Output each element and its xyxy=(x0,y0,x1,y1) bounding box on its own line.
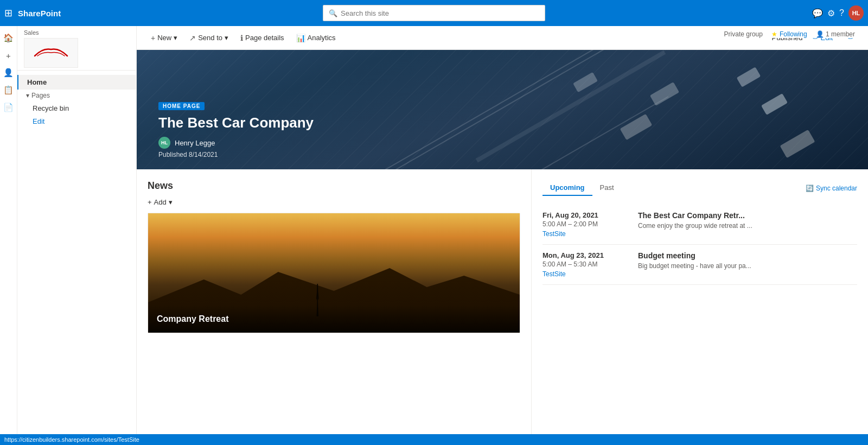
event-title-1[interactable]: The Best Car Company Retr... xyxy=(638,211,857,220)
event-time-1: 5:00 AM – 2:00 PM xyxy=(542,220,629,228)
private-group-label: Private group xyxy=(724,30,763,38)
star-icon: ★ xyxy=(771,30,777,38)
toolbar-left: + New ▾ ↗ Send to ▾ ℹ Page details 📊 Ana… xyxy=(145,31,341,44)
following-button[interactable]: ★ Following xyxy=(771,30,807,38)
header-right-zone: Private group ★ Following 👤 1 member xyxy=(720,30,859,38)
app-brand[interactable]: SharePoint xyxy=(18,9,61,18)
nav-recycle-bin[interactable]: Recycle bin xyxy=(17,101,136,115)
event-site-2[interactable]: TestSite xyxy=(542,270,629,278)
nav-home-label: Home xyxy=(27,78,47,86)
people-icon: 👤 xyxy=(816,30,824,38)
nav-section: Home ▾ Pages Recycle bin Edit xyxy=(17,71,136,132)
new-icon: + xyxy=(151,34,155,42)
event-details-col: The Best Car Company Retr... Come enjoy … xyxy=(638,211,857,238)
event-desc-2: Big budget meeting - have all your pa... xyxy=(638,262,857,270)
news-section: News + Add ▾ Company Retrea xyxy=(137,169,532,445)
hero-content: HOME PAGE The Best Car Company HL Henry … xyxy=(158,100,314,158)
nav-home[interactable]: Home xyxy=(17,75,136,90)
tab-past[interactable]: Past xyxy=(592,180,622,196)
hero-title: The Best Car Company xyxy=(158,115,314,131)
main-layout: 🏠 + 👤 📋 📄 Sales Home ▾ Pages xyxy=(0,26,868,445)
send-to-icon: ↗ xyxy=(189,34,196,42)
news-card-image: Company Retreat xyxy=(148,213,520,333)
event-date-col: Fri, Aug 20, 2021 5:00 AM – 2:00 PM Test… xyxy=(542,211,629,238)
search-input[interactable] xyxy=(341,9,539,17)
news-card-overlay: Company Retreat xyxy=(148,306,520,333)
send-to-button[interactable]: ↗ Send to ▾ xyxy=(184,31,234,44)
site-logo-svg xyxy=(29,45,73,61)
hero-badge: HOME PAGE xyxy=(158,102,205,110)
new-chevron-icon: ▾ xyxy=(174,34,177,42)
event-title-2[interactable]: Budget meeting xyxy=(638,251,857,260)
nav-pages-label: Pages xyxy=(31,92,50,99)
top-nav-right: 💬 ⚙ ? HL xyxy=(812,5,864,21)
search-icon: 🔍 xyxy=(329,9,337,17)
event-date-col-2: Mon, Aug 23, 2021 5:00 AM – 5:30 AM Test… xyxy=(542,251,629,278)
events-tab-group: Upcoming Past xyxy=(542,180,622,196)
sidebar-home-icon[interactable]: 🏠 xyxy=(1,30,16,46)
site-thumbnail xyxy=(24,38,78,68)
sidebar: 🏠 + 👤 📋 📄 xyxy=(0,26,17,445)
members-label: 👤 1 member xyxy=(816,30,855,38)
sidebar-pages-icon[interactable]: 📄 xyxy=(1,100,16,115)
main-area: + New ▾ ↗ Send to ▾ ℹ Page details 📊 Ana… xyxy=(137,26,868,445)
news-add-icon: + xyxy=(148,198,152,206)
feedback-icon[interactable]: 💬 xyxy=(812,8,823,18)
sidebar-people-icon[interactable]: 👤 xyxy=(1,65,16,80)
search-bar[interactable]: 🔍 xyxy=(323,5,545,21)
event-desc-1: Come enjoy the group wide retreat at ... xyxy=(638,222,857,230)
status-url: https://citizenbuilders.sharepoint.com/s… xyxy=(4,436,139,443)
analytics-button[interactable]: 📊 Analytics xyxy=(291,31,341,44)
event-card-2: Mon, Aug 23, 2021 5:00 AM – 5:30 AM Test… xyxy=(542,245,857,285)
event-time-2: 5:00 AM – 5:30 AM xyxy=(542,260,629,268)
content-panel: Sales Home ▾ Pages Recycle bin Edit xyxy=(17,26,137,445)
news-card[interactable]: Company Retreat xyxy=(148,213,520,333)
sync-calendar-button[interactable]: 🔄 Sync calendar xyxy=(806,185,857,192)
analytics-icon: 📊 xyxy=(296,34,305,42)
hero-author: HL Henry Legge xyxy=(158,137,314,149)
new-button[interactable]: + New ▾ xyxy=(145,31,183,44)
events-section: Upcoming Past 🔄 Sync calendar Fri, Aug 2… xyxy=(532,169,868,445)
sidebar-notes-icon[interactable]: 📋 xyxy=(1,82,16,98)
news-add-chevron: ▾ xyxy=(169,198,173,206)
page-toolbar: + New ▾ ↗ Send to ▾ ℹ Page details 📊 Ana… xyxy=(137,26,868,50)
nav-edit-link[interactable]: Edit xyxy=(17,115,136,128)
tab-upcoming[interactable]: Upcoming xyxy=(542,180,592,196)
help-icon[interactable]: ? xyxy=(839,8,844,18)
page-details-button[interactable]: ℹ Page details xyxy=(235,31,290,44)
hero-published-date: Published 8/14/2021 xyxy=(158,151,314,158)
event-date-2: Mon, Aug 23, 2021 xyxy=(542,251,629,259)
site-label: Sales xyxy=(24,29,130,36)
hero-author-name: Henry Legge xyxy=(175,139,215,147)
status-bar: https://citizenbuilders.sharepoint.com/s… xyxy=(0,434,868,445)
event-details-col-2: Budget meeting Big budget meeting - have… xyxy=(638,251,857,278)
top-navigation: ⊞ SharePoint 🔍 💬 ⚙ ? HL xyxy=(0,0,868,26)
avatar[interactable]: HL xyxy=(848,5,864,21)
events-tabs-bar: Upcoming Past 🔄 Sync calendar xyxy=(542,180,857,196)
event-date-1: Fri, Aug 20, 2021 xyxy=(542,211,629,219)
sync-icon: 🔄 xyxy=(806,185,814,192)
hero-area: HOME PAGE The Best Car Company HL Henry … xyxy=(137,50,868,169)
news-card-title: Company Retreat xyxy=(157,314,511,324)
sidebar-add-icon[interactable]: + xyxy=(1,48,16,63)
nav-pages-chevron: ▾ xyxy=(26,92,29,99)
event-card: Fri, Aug 20, 2021 5:00 AM – 2:00 PM Test… xyxy=(542,205,857,245)
news-title: News xyxy=(148,180,520,192)
site-thumbnail-area: Sales xyxy=(17,26,136,71)
event-site-1[interactable]: TestSite xyxy=(542,230,629,238)
send-to-chevron-icon: ▾ xyxy=(225,34,228,42)
page-details-icon: ℹ xyxy=(240,34,243,42)
nav-pages-header[interactable]: ▾ Pages xyxy=(17,90,136,101)
hero-author-avatar: HL xyxy=(158,137,170,149)
waffle-icon[interactable]: ⊞ xyxy=(4,7,12,19)
news-add-button[interactable]: + Add ▾ xyxy=(148,198,173,206)
settings-icon[interactable]: ⚙ xyxy=(827,8,835,18)
content-below: News + Add ▾ Company Retrea xyxy=(137,169,868,445)
